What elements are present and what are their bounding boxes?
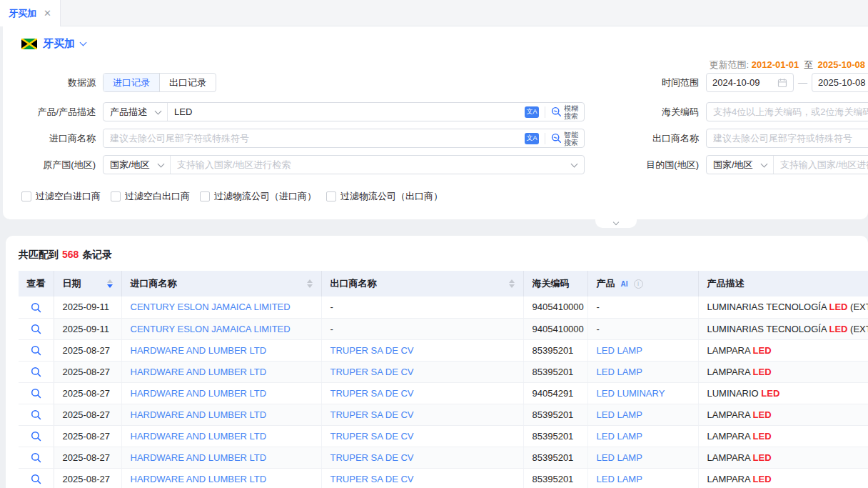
table-row: 2025-08-27 HARDWARE AND LUMBER LTD TRUPE… <box>19 339 868 361</box>
sort-control-date[interactable] <box>107 279 113 288</box>
end-date-input[interactable] <box>818 77 868 88</box>
tab-export-records[interactable]: 出口记录 <box>159 74 216 91</box>
sort-control-exporter[interactable] <box>509 279 515 288</box>
checkbox-icon[interactable] <box>21 191 31 201</box>
row-exporter[interactable]: - <box>330 302 333 312</box>
fuzzy-search-button[interactable]: 模糊 搜索 <box>551 104 578 120</box>
row-product[interactable]: LED LAMP <box>597 452 642 463</box>
ai-badge: AI <box>619 279 630 289</box>
product-search-input[interactable] <box>168 103 525 121</box>
count-prefix: 共匹配到 <box>19 249 59 260</box>
view-record-button[interactable] <box>19 297 54 318</box>
view-record-button[interactable] <box>19 318 54 339</box>
tab-import-records[interactable]: 进口记录 <box>104 74 159 91</box>
smart-search-button[interactable]: 智能 搜索 <box>551 131 578 146</box>
smart-search-label-1: 智能 <box>564 131 578 139</box>
dest-country-input[interactable] <box>774 156 868 174</box>
view-record-button[interactable] <box>19 404 54 425</box>
col-header-exporter[interactable]: 出口商名称 <box>321 271 523 297</box>
sort-control-importer[interactable] <box>307 279 313 288</box>
tab-title: 牙买加 <box>9 7 36 20</box>
count-suffix: 条记录 <box>82 249 112 260</box>
row-product[interactable]: LED LAMP <box>597 431 642 442</box>
update-range-to: 2025-10-08 <box>818 59 866 70</box>
view-search-icon <box>31 474 41 484</box>
view-record-button[interactable] <box>19 447 54 468</box>
translate-icon[interactable]: 文A <box>525 133 539 144</box>
row-importer-link[interactable]: HARDWARE AND LUMBER LTD <box>131 431 267 442</box>
view-record-button[interactable] <box>19 468 54 488</box>
collapse-form-handle[interactable] <box>595 219 637 228</box>
view-record-button[interactable] <box>19 361 54 382</box>
view-record-button[interactable] <box>19 339 54 361</box>
product-type-value: 产品描述 <box>110 106 147 119</box>
tab-bar: 牙买加 ✕ <box>0 0 868 26</box>
row-product[interactable]: LED LAMP <box>597 345 642 356</box>
row-importer-link[interactable]: HARDWARE AND LUMBER LTD <box>131 345 267 356</box>
view-record-button[interactable] <box>19 425 54 447</box>
row-product[interactable]: - <box>597 302 600 312</box>
hs-code-input[interactable] <box>706 102 868 121</box>
row-exporter[interactable]: TRUPER SA DE CV <box>330 431 414 442</box>
country-selector[interactable]: 牙买加 <box>3 36 868 51</box>
chevron-down-icon[interactable] <box>571 160 578 167</box>
row-importer-link[interactable]: HARDWARE AND LUMBER LTD <box>131 452 267 463</box>
row-date: 2025-08-27 <box>54 404 121 425</box>
filter-label: 过滤物流公司（进口商） <box>214 190 316 203</box>
view-record-button[interactable] <box>19 382 54 404</box>
row-product[interactable]: - <box>597 324 600 334</box>
checkbox-icon[interactable] <box>200 191 210 201</box>
row-product[interactable]: LED LAMP <box>597 367 642 377</box>
col-header-date[interactable]: 日期 <box>54 271 121 297</box>
row-exporter[interactable]: TRUPER SA DE CV <box>330 474 414 484</box>
smart-search-icon <box>551 133 562 144</box>
row-importer-link[interactable]: CENTURY ESLON JAMAICA LIMITED <box>131 324 291 334</box>
row-exporter[interactable]: - <box>330 324 333 334</box>
origin-country-label: 原产国(地区) <box>3 159 96 171</box>
row-importer-link[interactable]: HARDWARE AND LUMBER LTD <box>131 388 267 399</box>
row-product[interactable]: LED LAMP <box>597 474 642 484</box>
desc-highlight: LED <box>829 302 847 312</box>
row-exporter[interactable]: TRUPER SA DE CV <box>330 345 414 356</box>
row-importer-link[interactable]: HARDWARE AND LUMBER LTD <box>131 367 267 377</box>
row-exporter[interactable]: TRUPER SA DE CV <box>330 388 414 399</box>
exporter-input[interactable] <box>706 129 868 148</box>
row-product[interactable]: LED LUMINARY <box>597 388 665 399</box>
translate-icon[interactable]: 文A <box>525 106 539 118</box>
table-body: 2025-09-11 CENTURY ESLON JAMAICA LIMITED… <box>19 297 868 488</box>
origin-country-select[interactable]: 国家/地区 <box>104 156 171 174</box>
checkbox-icon[interactable] <box>111 191 121 201</box>
filter-logistics-importer[interactable]: 过滤物流公司（进口商） <box>200 190 316 203</box>
tab-close-icon[interactable]: ✕ <box>44 8 51 19</box>
product-type-select[interactable]: 产品描述 <box>104 103 168 121</box>
row-description: LAMPARA LED <box>698 447 868 468</box>
row-importer-link[interactable]: HARDWARE AND LUMBER LTD <box>131 409 267 420</box>
col-label: 进口商名称 <box>131 277 177 290</box>
end-date-field[interactable] <box>812 73 868 92</box>
filter-blank-exporter[interactable]: 过滤空白出口商 <box>111 190 190 203</box>
desc-prefix: LAMPARA <box>707 409 753 420</box>
start-date-field[interactable] <box>706 73 794 92</box>
row-exporter[interactable]: TRUPER SA DE CV <box>330 367 414 377</box>
row-hs-code: 85395201 <box>523 425 587 447</box>
col-header-importer[interactable]: 进口商名称 <box>121 271 321 297</box>
row-importer-link[interactable]: CENTURY ESLON JAMAICA LIMITED <box>131 302 291 312</box>
desc-suffix: (EXT... <box>847 324 868 334</box>
tab-jamaica[interactable]: 牙买加 ✕ <box>0 0 61 26</box>
divider <box>545 133 545 144</box>
start-date-input[interactable] <box>712 77 774 88</box>
chevron-down-icon[interactable] <box>80 39 87 46</box>
origin-country-input[interactable] <box>171 156 572 174</box>
row-exporter[interactable]: TRUPER SA DE CV <box>330 452 414 463</box>
row-product[interactable]: LED LAMP <box>597 409 642 420</box>
desc-highlight: LED <box>753 367 772 377</box>
row-description: LAMPARA LED <box>698 468 868 488</box>
info-icon[interactable]: i <box>634 279 643 289</box>
row-importer-link[interactable]: HARDWARE AND LUMBER LTD <box>131 474 267 484</box>
checkbox-icon[interactable] <box>326 191 336 201</box>
dest-country-select[interactable]: 国家/地区 <box>707 156 774 174</box>
importer-input[interactable] <box>104 129 525 147</box>
row-exporter[interactable]: TRUPER SA DE CV <box>330 409 414 420</box>
filter-logistics-exporter[interactable]: 过滤物流公司（出口商） <box>326 190 443 203</box>
filter-blank-importer[interactable]: 过滤空白进口商 <box>21 190 101 203</box>
